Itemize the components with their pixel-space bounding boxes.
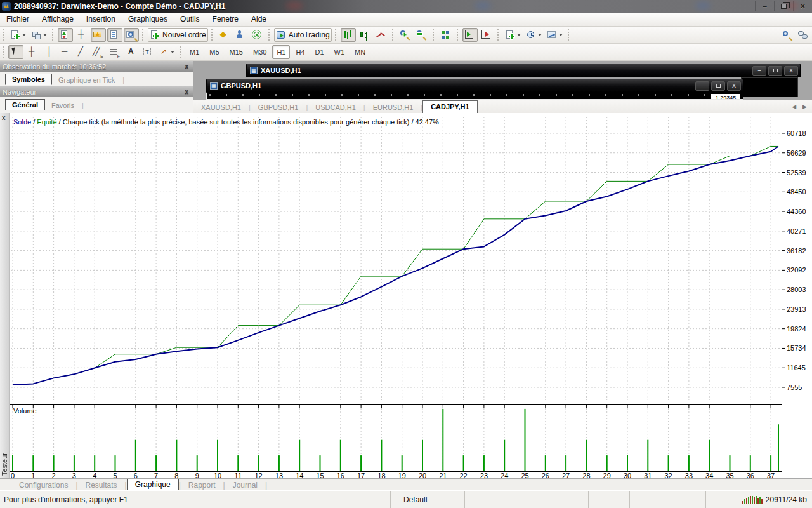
scroll-left-icon[interactable]: ◀ <box>792 104 796 110</box>
xauusd-close-button[interactable]: X <box>784 66 798 76</box>
minimize-button[interactable]: – <box>755 1 774 11</box>
community-button[interactable] <box>796 28 811 42</box>
market-watch-tab-symboles[interactable]: Symboles <box>5 74 52 85</box>
text-tool-button[interactable]: A <box>124 45 139 59</box>
search-button[interactable] <box>780 28 795 42</box>
menu-insertion[interactable]: Insertion <box>80 13 122 26</box>
navigator-button[interactable]: ★ <box>91 28 106 42</box>
xauusd-minimize-button[interactable]: – <box>752 66 766 76</box>
autotrading-button[interactable]: AutoTrading <box>274 28 332 42</box>
navigator-icon: ★ <box>93 30 103 40</box>
horizontal-line-tool-button[interactable]: ─ <box>58 45 73 59</box>
timeframe-m1-button[interactable]: M1 <box>185 45 204 59</box>
timeframe-m15-button[interactable]: M15 <box>225 45 247 59</box>
xauusd-restore-button[interactable] <box>768 66 782 76</box>
market-watch-tab-graphique-en-tick[interactable]: Graphique en Tick <box>52 75 121 85</box>
menu-affichage[interactable]: Affichage <box>36 13 80 26</box>
x-axis-label: 2 <box>52 472 56 478</box>
gbpusd-restore-button[interactable] <box>711 81 725 91</box>
periods-button[interactable] <box>524 28 544 42</box>
profiles-dropdown-icon[interactable] <box>43 34 47 36</box>
chart-tab-cadjpy-h1[interactable]: CADJPY,H1 <box>422 100 478 113</box>
equidistant-channel-tool-button[interactable]: ╱╱E <box>91 45 106 59</box>
timeframe-m30-button[interactable]: M30 <box>249 45 271 59</box>
gbpusd-minimize-button[interactable]: – <box>695 81 709 91</box>
data-window-button[interactable]: ┼ <box>74 28 89 42</box>
menu-aide[interactable]: Aide <box>245 13 273 26</box>
market-watch-icon <box>60 30 70 40</box>
text-label-tool-button[interactable]: T <box>140 45 155 59</box>
tester-close-icon[interactable]: x <box>2 114 6 121</box>
candles-button[interactable] <box>357 28 372 42</box>
strategy-tester-button[interactable] <box>124 28 139 42</box>
menu-fichier[interactable]: Fichier <box>0 13 36 26</box>
line-chart-button[interactable] <box>374 28 389 42</box>
timeframe-mn-button[interactable]: MN <box>350 45 370 59</box>
navigator-tab-favoris[interactable]: Favoris <box>45 100 81 110</box>
new-order-button[interactable]: Nouvel ordre <box>148 28 208 42</box>
tester-chart[interactable]: 7555116451573419824239132800332092361824… <box>10 115 812 478</box>
tester-tab-configurations[interactable]: Configurations <box>11 480 75 490</box>
arrows-dropdown-icon[interactable] <box>171 51 174 53</box>
profiles-button[interactable] <box>29 28 49 42</box>
bars-button[interactable] <box>341 28 356 42</box>
navigator-tab-g-n-ral[interactable]: Général <box>5 99 45 110</box>
chart-tab-eurusd-h1[interactable]: EURUSD,H1 <box>365 102 421 113</box>
navigator-titlebar: Navigateur x <box>0 86 193 97</box>
metaeditor-button[interactable]: ◆ <box>217 28 232 42</box>
timeframe-d1-button[interactable]: D1 <box>311 45 329 59</box>
templates-dropdown-icon[interactable] <box>559 34 563 36</box>
x-axis-label: 22 <box>459 472 467 478</box>
vertical-line-tool-button[interactable]: │ <box>41 45 56 59</box>
auto-scroll-button[interactable] <box>462 28 478 42</box>
gbpusd-close-button[interactable]: X <box>727 81 741 91</box>
market-watch-close-icon[interactable]: x <box>183 63 190 70</box>
menu-fenetre[interactable]: Fenetre <box>206 13 245 26</box>
profiles-icon <box>31 30 41 40</box>
menu-graphiques[interactable]: Graphiques <box>122 13 174 26</box>
trend-line-tool-button[interactable]: ╱ <box>74 45 89 59</box>
chart-shift-button[interactable] <box>479 28 494 42</box>
navigator-close-icon[interactable]: x <box>183 88 190 95</box>
tile-windows-button[interactable] <box>438 28 454 42</box>
zoom-in-button[interactable] <box>398 28 413 42</box>
market-watch-button[interactable] <box>58 28 73 42</box>
search-icon <box>782 30 792 40</box>
x-axis-label: 35 <box>726 472 733 478</box>
arrows-tool-button[interactable]: ↗ <box>157 45 176 59</box>
navigator-title: Navigateur <box>3 88 36 96</box>
xauusd-window-titlebar[interactable]: ▦ XAUUSD,H1 – X <box>246 64 801 77</box>
status-bar: Pour plus d'informations, appuyer F1 Def… <box>0 490 812 508</box>
experts-button[interactable] <box>233 28 249 42</box>
tester-tab-resultats[interactable]: Resultats <box>78 480 125 490</box>
new-chart-button[interactable] <box>8 28 28 42</box>
terminal-button[interactable] <box>107 28 122 42</box>
tester-tab-rapport[interactable]: Rapport <box>181 480 223 490</box>
chart-tab-gbpusd-h1[interactable]: GBPUSD,H1 <box>251 102 306 113</box>
status-profile[interactable]: Default <box>398 491 464 508</box>
indicators-dropdown-icon[interactable] <box>517 34 521 36</box>
menu-outils[interactable]: Outils <box>174 13 206 26</box>
gbpusd-window-titlebar[interactable]: ▦ GBPUSD,H1 – X <box>206 79 743 93</box>
timeframe-w1-button[interactable]: W1 <box>330 45 350 59</box>
signals-button[interactable] <box>250 28 265 42</box>
new-chart-dropdown-icon[interactable] <box>22 34 26 36</box>
tester-tab-journal[interactable]: Journal <box>225 480 265 490</box>
templates-button[interactable] <box>545 28 565 42</box>
crosshair-tool-button[interactable]: ┼ <box>25 45 40 59</box>
timeframe-h1-button[interactable]: H1 <box>272 45 290 59</box>
fibonacci-tool-button[interactable]: F <box>107 45 122 59</box>
timeframe-m5-button[interactable]: M5 <box>205 45 223 59</box>
indicators-button[interactable] <box>503 28 523 42</box>
zoom-out-button[interactable] <box>414 28 429 42</box>
cursor-tool-button[interactable] <box>8 45 23 59</box>
periods-dropdown-icon[interactable] <box>538 34 542 36</box>
scroll-right-icon[interactable]: ▶ <box>802 104 807 110</box>
chart-tab-xauusd-h1[interactable]: XAUUSD,H1 <box>193 102 249 113</box>
autotrading-icon <box>276 30 286 40</box>
market-watch-titlebar: Observation du marché: 10:36:52 x <box>0 61 193 72</box>
timeframe-h4-button[interactable]: H4 <box>291 45 309 59</box>
community-icon <box>798 30 808 40</box>
chart-tab-usdcad-h1[interactable]: USDCAD,H1 <box>308 102 363 113</box>
tester-tab-graphique[interactable]: Graphique <box>127 479 179 490</box>
